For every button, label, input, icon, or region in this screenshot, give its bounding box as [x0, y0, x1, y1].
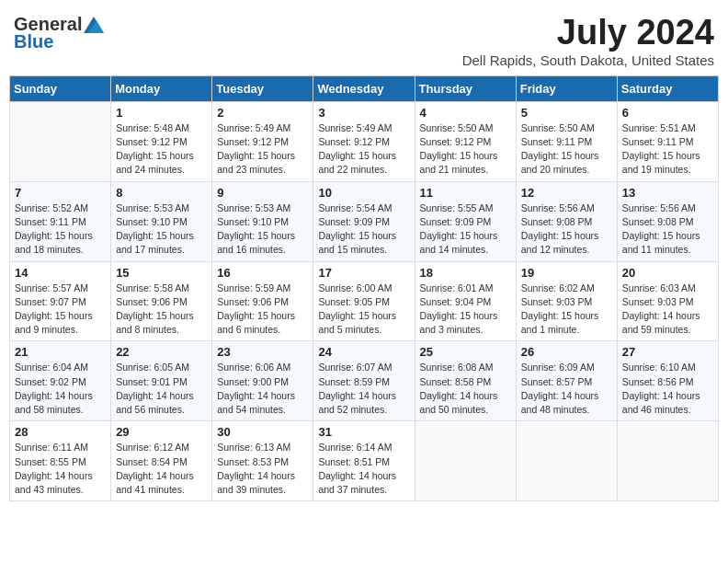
- day-info: Sunrise: 5:50 AMSunset: 9:11 PMDaylight:…: [521, 121, 612, 178]
- calendar-cell: 6Sunrise: 5:51 AMSunset: 9:11 PMDaylight…: [617, 101, 718, 181]
- title-area: July 2024 Dell Rapids, South Dakota, Uni…: [462, 14, 714, 68]
- day-number: 10: [318, 186, 409, 200]
- day-number: 28: [15, 425, 106, 439]
- calendar-cell: 16Sunrise: 5:59 AMSunset: 9:06 PMDayligh…: [212, 261, 313, 341]
- calendar-week-row: 14Sunrise: 5:57 AMSunset: 9:07 PMDayligh…: [10, 261, 719, 341]
- day-number: 19: [521, 266, 612, 280]
- day-number: 2: [217, 106, 308, 120]
- day-number: 25: [420, 345, 511, 359]
- day-number: 30: [217, 425, 308, 439]
- day-info: Sunrise: 5:56 AMSunset: 9:08 PMDaylight:…: [521, 201, 612, 258]
- calendar-cell: 14Sunrise: 5:57 AMSunset: 9:07 PMDayligh…: [10, 261, 111, 341]
- calendar-cell: 5Sunrise: 5:50 AMSunset: 9:11 PMDaylight…: [516, 101, 617, 181]
- day-info: Sunrise: 5:58 AMSunset: 9:06 PMDaylight:…: [116, 282, 207, 338]
- calendar-cell: 8Sunrise: 5:53 AMSunset: 9:10 PMDaylight…: [111, 181, 212, 261]
- day-info: Sunrise: 5:53 AMSunset: 9:10 PMDaylight:…: [116, 201, 207, 258]
- day-info: Sunrise: 5:49 AMSunset: 9:12 PMDaylight:…: [318, 121, 409, 178]
- day-number: 27: [622, 345, 713, 359]
- calendar-cell: 18Sunrise: 6:01 AMSunset: 9:04 PMDayligh…: [415, 261, 516, 341]
- day-info: Sunrise: 5:50 AMSunset: 9:12 PMDaylight:…: [420, 121, 511, 178]
- calendar-cell: 15Sunrise: 5:58 AMSunset: 9:06 PMDayligh…: [111, 261, 212, 341]
- day-info: Sunrise: 6:09 AMSunset: 8:57 PMDaylight:…: [521, 361, 612, 417]
- calendar-cell: 2Sunrise: 5:49 AMSunset: 9:12 PMDaylight…: [212, 101, 313, 181]
- calendar-week-row: 7Sunrise: 5:52 AMSunset: 9:11 PMDaylight…: [10, 181, 719, 261]
- weekday-header-sunday: Sunday: [10, 75, 111, 101]
- day-number: 17: [318, 266, 409, 280]
- logo: General Blue: [14, 14, 104, 52]
- calendar-cell: [617, 421, 718, 501]
- day-number: 20: [622, 266, 713, 280]
- day-info: Sunrise: 6:05 AMSunset: 9:01 PMDaylight:…: [116, 361, 207, 417]
- calendar-cell: 29Sunrise: 6:12 AMSunset: 8:54 PMDayligh…: [111, 421, 212, 501]
- calendar-cell: 25Sunrise: 6:08 AMSunset: 8:58 PMDayligh…: [415, 341, 516, 421]
- day-info: Sunrise: 6:12 AMSunset: 8:54 PMDaylight:…: [116, 441, 207, 497]
- calendar-cell: 28Sunrise: 6:11 AMSunset: 8:55 PMDayligh…: [10, 421, 111, 501]
- day-number: 23: [217, 345, 308, 359]
- day-info: Sunrise: 6:01 AMSunset: 9:04 PMDaylight:…: [420, 282, 511, 338]
- day-info: Sunrise: 6:07 AMSunset: 8:59 PMDaylight:…: [318, 361, 409, 417]
- calendar-cell: 24Sunrise: 6:07 AMSunset: 8:59 PMDayligh…: [313, 341, 415, 421]
- calendar-cell: 30Sunrise: 6:13 AMSunset: 8:53 PMDayligh…: [212, 421, 313, 501]
- calendar-cell: 13Sunrise: 5:56 AMSunset: 9:08 PMDayligh…: [617, 181, 718, 261]
- calendar-cell: 19Sunrise: 6:02 AMSunset: 9:03 PMDayligh…: [516, 261, 617, 341]
- day-number: 15: [116, 266, 207, 280]
- calendar-cell: 31Sunrise: 6:14 AMSunset: 8:51 PMDayligh…: [313, 421, 415, 501]
- day-info: Sunrise: 6:03 AMSunset: 9:03 PMDaylight:…: [622, 282, 713, 338]
- day-number: 13: [622, 186, 713, 200]
- calendar-cell: 11Sunrise: 5:55 AMSunset: 9:09 PMDayligh…: [415, 181, 516, 261]
- day-number: 9: [217, 186, 308, 200]
- header: General Blue July 2024 Dell Rapids, Sout…: [9, 9, 719, 68]
- calendar-cell: 23Sunrise: 6:06 AMSunset: 9:00 PMDayligh…: [212, 341, 313, 421]
- day-number: 24: [318, 345, 409, 359]
- calendar-table: SundayMondayTuesdayWednesdayThursdayFrid…: [9, 75, 719, 501]
- day-number: 22: [116, 345, 207, 359]
- calendar-cell: 21Sunrise: 6:04 AMSunset: 9:02 PMDayligh…: [10, 341, 111, 421]
- day-info: Sunrise: 5:51 AMSunset: 9:11 PMDaylight:…: [622, 121, 713, 178]
- weekday-header-friday: Friday: [516, 75, 617, 101]
- day-number: 4: [420, 106, 511, 120]
- calendar-cell: 4Sunrise: 5:50 AMSunset: 9:12 PMDaylight…: [415, 101, 516, 181]
- calendar-cell: 10Sunrise: 5:54 AMSunset: 9:09 PMDayligh…: [313, 181, 415, 261]
- day-number: 18: [420, 266, 511, 280]
- day-info: Sunrise: 5:59 AMSunset: 9:06 PMDaylight:…: [217, 282, 308, 338]
- day-number: 16: [217, 266, 308, 280]
- calendar-week-row: 28Sunrise: 6:11 AMSunset: 8:55 PMDayligh…: [10, 421, 719, 501]
- day-info: Sunrise: 5:52 AMSunset: 9:11 PMDaylight:…: [15, 201, 106, 258]
- calendar-cell: 12Sunrise: 5:56 AMSunset: 9:08 PMDayligh…: [516, 181, 617, 261]
- calendar-cell: 22Sunrise: 6:05 AMSunset: 9:01 PMDayligh…: [111, 341, 212, 421]
- calendar-week-row: 1Sunrise: 5:48 AMSunset: 9:12 PMDaylight…: [10, 101, 719, 181]
- calendar-cell: 27Sunrise: 6:10 AMSunset: 8:56 PMDayligh…: [617, 341, 718, 421]
- calendar-cell: 7Sunrise: 5:52 AMSunset: 9:11 PMDaylight…: [10, 181, 111, 261]
- calendar-cell: 17Sunrise: 6:00 AMSunset: 9:05 PMDayligh…: [313, 261, 415, 341]
- day-info: Sunrise: 6:08 AMSunset: 8:58 PMDaylight:…: [420, 361, 511, 417]
- day-info: Sunrise: 6:00 AMSunset: 9:05 PMDaylight:…: [318, 282, 409, 338]
- day-number: 31: [318, 425, 409, 439]
- weekday-header-row: SundayMondayTuesdayWednesdayThursdayFrid…: [10, 75, 719, 101]
- weekday-header-saturday: Saturday: [617, 75, 718, 101]
- day-info: Sunrise: 6:06 AMSunset: 9:00 PMDaylight:…: [217, 361, 308, 417]
- day-info: Sunrise: 5:49 AMSunset: 9:12 PMDaylight:…: [217, 121, 308, 178]
- calendar-cell: 26Sunrise: 6:09 AMSunset: 8:57 PMDayligh…: [516, 341, 617, 421]
- weekday-header-monday: Monday: [111, 75, 212, 101]
- day-info: Sunrise: 6:13 AMSunset: 8:53 PMDaylight:…: [217, 441, 308, 497]
- day-number: 26: [521, 345, 612, 359]
- day-number: 21: [15, 345, 106, 359]
- day-info: Sunrise: 6:02 AMSunset: 9:03 PMDaylight:…: [521, 282, 612, 338]
- weekday-header-tuesday: Tuesday: [212, 75, 313, 101]
- weekday-header-wednesday: Wednesday: [313, 75, 415, 101]
- day-number: 3: [318, 106, 409, 120]
- calendar-cell: [516, 421, 617, 501]
- logo-blue: Blue: [14, 31, 53, 52]
- day-number: 7: [15, 186, 106, 200]
- calendar-cell: [415, 421, 516, 501]
- day-info: Sunrise: 6:14 AMSunset: 8:51 PMDaylight:…: [318, 441, 409, 497]
- day-number: 14: [15, 266, 106, 280]
- weekday-header-thursday: Thursday: [415, 75, 516, 101]
- day-info: Sunrise: 5:48 AMSunset: 9:12 PMDaylight:…: [116, 121, 207, 178]
- month-year: July 2024: [462, 14, 714, 52]
- day-number: 5: [521, 106, 612, 120]
- day-info: Sunrise: 6:11 AMSunset: 8:55 PMDaylight:…: [15, 441, 106, 497]
- calendar-cell: [10, 101, 111, 181]
- day-info: Sunrise: 6:04 AMSunset: 9:02 PMDaylight:…: [15, 361, 106, 417]
- day-info: Sunrise: 5:53 AMSunset: 9:10 PMDaylight:…: [217, 201, 308, 258]
